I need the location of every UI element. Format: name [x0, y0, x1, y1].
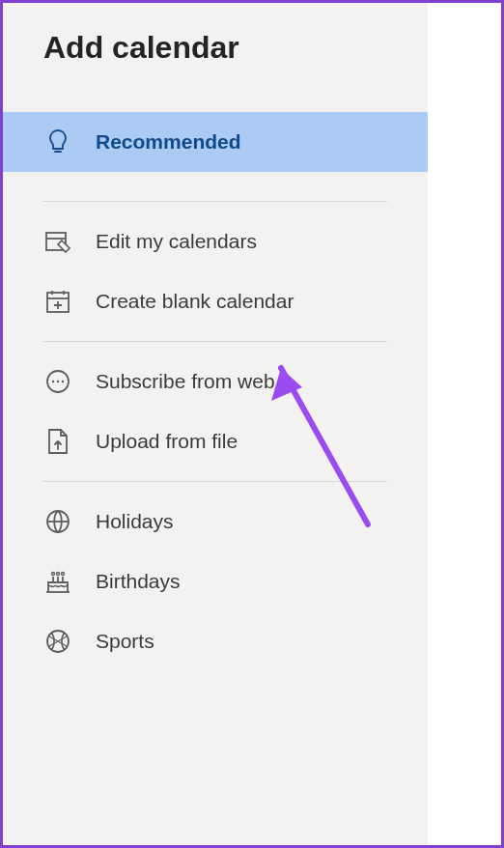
- menu-label: Subscribe from web: [96, 370, 275, 393]
- globe-icon: [43, 507, 72, 536]
- menu-item-edit-calendars[interactable]: Edit my calendars: [3, 212, 428, 271]
- web-icon: [43, 367, 72, 396]
- create-calendar-icon: [43, 287, 72, 316]
- menu-label: Sports: [96, 630, 154, 653]
- menu-item-recommended[interactable]: Recommended: [3, 112, 428, 172]
- menu-item-subscribe-web[interactable]: Subscribe from web: [3, 352, 428, 411]
- menu-label: Upload from file: [96, 430, 238, 453]
- menu-item-sports[interactable]: Sports: [3, 611, 428, 671]
- svg-point-5: [62, 381, 64, 382]
- add-calendar-frame: Add calendar Recommended: [0, 0, 504, 848]
- lightbulb-icon: [43, 127, 72, 156]
- menu-item-birthdays[interactable]: Birthdays: [3, 551, 428, 611]
- menu-label: Create blank calendar: [96, 290, 294, 313]
- edit-calendar-icon: [43, 227, 72, 256]
- menu-label: Holidays: [96, 510, 174, 533]
- svg-point-8: [57, 573, 60, 576]
- menu-label: Edit my calendars: [96, 230, 257, 253]
- menu-item-create-blank[interactable]: Create blank calendar: [3, 271, 428, 331]
- page-title: Add calendar: [3, 30, 428, 66]
- birthday-icon: [43, 567, 72, 596]
- sports-icon: [43, 627, 72, 656]
- menu-label: Birthdays: [96, 570, 181, 593]
- upload-file-icon: [43, 427, 72, 456]
- svg-point-7: [52, 573, 55, 576]
- menu-item-holidays[interactable]: Holidays: [3, 492, 428, 551]
- svg-point-9: [62, 573, 65, 576]
- svg-point-3: [52, 381, 54, 382]
- svg-point-4: [57, 381, 59, 382]
- menu-label: Recommended: [96, 130, 241, 154]
- add-calendar-panel: Add calendar Recommended: [3, 3, 428, 845]
- menu-item-upload-file[interactable]: Upload from file: [3, 411, 428, 471]
